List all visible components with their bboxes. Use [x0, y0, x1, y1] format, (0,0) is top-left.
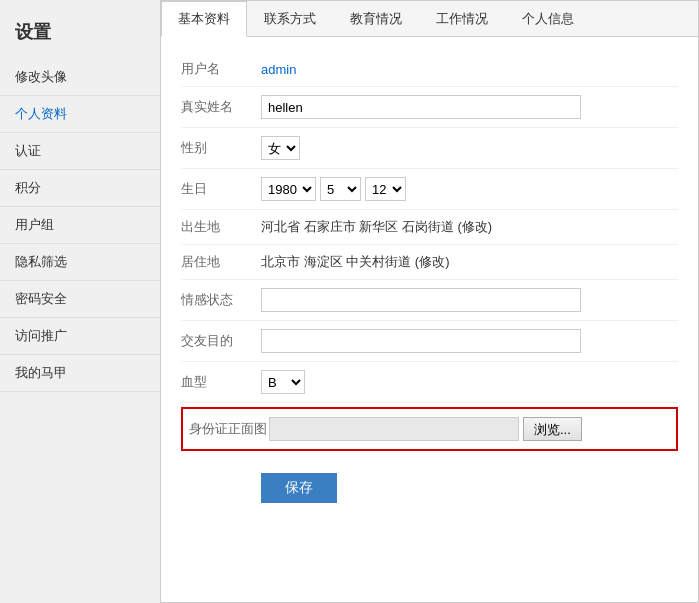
- birthday-label: 生日: [181, 180, 261, 198]
- sidebar-item-visit[interactable]: 访问推广: [0, 318, 160, 355]
- main-content: 基本资料 联系方式 教育情况 工作情况 个人信息 用户名 admin 真实姓名: [160, 0, 699, 603]
- tab-education[interactable]: 教育情况: [333, 1, 419, 37]
- sidebar-item-avatar[interactable]: 修改头像: [0, 59, 160, 96]
- gender-select[interactable]: 男 女: [261, 136, 300, 160]
- blood-select[interactable]: A B AB O: [261, 370, 305, 394]
- realname-value: [261, 95, 678, 119]
- username-row: 用户名 admin: [181, 52, 678, 87]
- sidebar-item-alias[interactable]: 我的马甲: [0, 355, 160, 392]
- sidebar-item-auth[interactable]: 认证: [0, 133, 160, 170]
- friend-input[interactable]: [261, 329, 581, 353]
- username-value: admin: [261, 62, 678, 77]
- birthday-year-select[interactable]: 1980 1981 1979: [261, 177, 316, 201]
- sidebar-item-points[interactable]: 积分: [0, 170, 160, 207]
- sidebar-item-security[interactable]: 密码安全: [0, 281, 160, 318]
- save-row: 保存: [181, 455, 678, 513]
- residence-value: 北京市 海淀区 中关村街道 (修改): [261, 253, 678, 271]
- gender-label: 性别: [181, 139, 261, 157]
- idcard-value: 浏览...: [269, 417, 670, 441]
- idcard-row: 身份证正面图 浏览...: [181, 407, 678, 451]
- blood-value: A B AB O: [261, 370, 678, 394]
- birthplace-text: 河北省 石家庄市 新华区 石岗街道 (修改): [261, 219, 492, 234]
- friend-label: 交友目的: [181, 332, 261, 350]
- gender-row: 性别 男 女: [181, 128, 678, 169]
- birthplace-row: 出生地 河北省 石家庄市 新华区 石岗街道 (修改): [181, 210, 678, 245]
- blood-row: 血型 A B AB O: [181, 362, 678, 403]
- idcard-label: 身份证正面图: [189, 420, 269, 438]
- birthday-month-select[interactable]: 1234 567 8910 1112: [320, 177, 361, 201]
- sidebar-title: 设置: [0, 10, 160, 59]
- residence-row: 居住地 北京市 海淀区 中关村街道 (修改): [181, 245, 678, 280]
- friend-row: 交友目的: [181, 321, 678, 362]
- form-area: 用户名 admin 真实姓名 性别 男 女: [161, 37, 698, 528]
- tab-contact[interactable]: 联系方式: [247, 1, 333, 37]
- username-label: 用户名: [181, 60, 261, 78]
- gender-value: 男 女: [261, 136, 678, 160]
- emotion-input[interactable]: [261, 288, 581, 312]
- birthday-row: 生日 1980 1981 1979 1234 567 8910 1112: [181, 169, 678, 210]
- file-input-row: 浏览...: [269, 417, 670, 441]
- sidebar-item-group[interactable]: 用户组: [0, 207, 160, 244]
- tab-personal[interactable]: 个人信息: [505, 1, 591, 37]
- tab-basic[interactable]: 基本资料: [161, 1, 247, 37]
- sidebar-item-privacy[interactable]: 隐私筛选: [0, 244, 160, 281]
- save-button[interactable]: 保存: [261, 473, 337, 503]
- sidebar: 设置 修改头像 个人资料 认证 积分 用户组 隐私筛选 密码安全 访问推广 我的…: [0, 0, 160, 603]
- friend-value: [261, 329, 678, 353]
- emotion-label: 情感状态: [181, 291, 261, 309]
- sidebar-item-profile[interactable]: 个人资料: [0, 96, 160, 133]
- birthday-group: 1980 1981 1979 1234 567 8910 1112 1234: [261, 177, 678, 201]
- emotion-row: 情感状态: [181, 280, 678, 321]
- birthday-day-select[interactable]: 1234 5678 91011 12: [365, 177, 406, 201]
- tab-bar: 基本资料 联系方式 教育情况 工作情况 个人信息: [161, 1, 698, 37]
- birthplace-label: 出生地: [181, 218, 261, 236]
- realname-label: 真实姓名: [181, 98, 261, 116]
- realname-input[interactable]: [261, 95, 581, 119]
- blood-label: 血型: [181, 373, 261, 391]
- tab-work[interactable]: 工作情况: [419, 1, 505, 37]
- residence-text: 北京市 海淀区 中关村街道 (修改): [261, 254, 450, 269]
- browse-button[interactable]: 浏览...: [523, 417, 582, 441]
- emotion-value: [261, 288, 678, 312]
- idcard-file-text[interactable]: [269, 417, 519, 441]
- birthday-value: 1980 1981 1979 1234 567 8910 1112 1234: [261, 177, 678, 201]
- residence-label: 居住地: [181, 253, 261, 271]
- birthplace-value: 河北省 石家庄市 新华区 石岗街道 (修改): [261, 218, 678, 236]
- realname-row: 真实姓名: [181, 87, 678, 128]
